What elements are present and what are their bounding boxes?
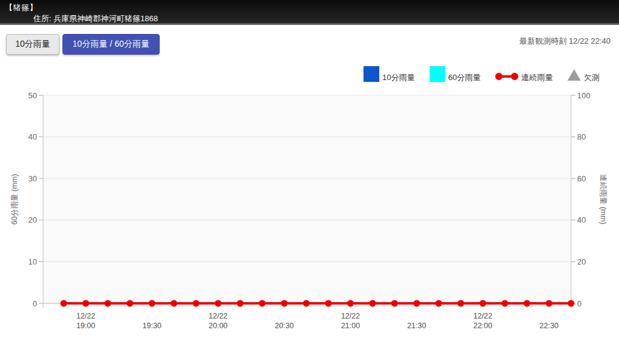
- data-point[interactable]: [479, 300, 486, 307]
- data-point[interactable]: [303, 300, 310, 307]
- legend-item-10min[interactable]: 10分雨量: [364, 66, 414, 82]
- data-point[interactable]: [369, 300, 376, 307]
- data-point[interactable]: [435, 300, 442, 307]
- legend-item-missing[interactable]: 欠測: [567, 69, 600, 82]
- legend-item-continuous[interactable]: 連続雨量: [495, 72, 553, 82]
- x-time-label: 22:00: [473, 322, 492, 330]
- y-left-tick-label: 30: [29, 174, 37, 183]
- legend-label: 10分雨量: [379, 73, 414, 82]
- x-time-label: 21:00: [341, 322, 360, 330]
- x-date-label: 12/22: [76, 312, 95, 320]
- y-right-tick-label: 40: [577, 215, 586, 224]
- data-point[interactable]: [259, 300, 266, 307]
- data-point[interactable]: [325, 300, 332, 307]
- legend-label: 欠測: [581, 73, 600, 82]
- x-date-label: 12/22: [341, 312, 360, 320]
- y-left-axis-title: 60分雨量 (mm): [10, 174, 19, 224]
- red-line-marker-icon: [495, 72, 518, 81]
- data-point[interactable]: [413, 300, 420, 307]
- data-point[interactable]: [391, 300, 398, 307]
- x-time-label: 21:30: [407, 322, 426, 330]
- data-point[interactable]: [458, 300, 464, 307]
- cyan-square-icon: [430, 66, 445, 82]
- data-point[interactable]: [347, 300, 354, 307]
- data-point[interactable]: [61, 300, 67, 307]
- station-name: 【猪篠】: [5, 2, 38, 13]
- tab-10min-rain-button[interactable]: 10分雨量: [6, 34, 59, 55]
- data-point[interactable]: [171, 300, 177, 307]
- data-point[interactable]: [501, 300, 508, 307]
- legend-item-60min[interactable]: 60分雨量: [430, 66, 481, 82]
- y-right-tick-label: 60: [577, 174, 586, 183]
- tab-10-60min-rain-button[interactable]: 10分雨量 / 60分雨量: [63, 34, 160, 55]
- x-time-label: 19:00: [76, 322, 95, 330]
- rainfall-chart: 0010202040306040805010012/2219:0019:3012…: [0, 0, 619, 364]
- x-time-label: 22:30: [540, 322, 558, 330]
- gray-triangle-icon: [567, 69, 581, 81]
- data-point[interactable]: [127, 300, 134, 307]
- data-point[interactable]: [237, 300, 243, 307]
- x-date-label: 12/22: [473, 312, 492, 320]
- y-left-tick-label: 10: [29, 257, 37, 266]
- blue-square-icon: [364, 66, 379, 82]
- y-left-tick-label: 0: [33, 299, 37, 308]
- data-point[interactable]: [104, 300, 111, 307]
- y-left-tick-label: 40: [29, 132, 37, 141]
- data-point[interactable]: [83, 300, 89, 307]
- x-time-label: 20:30: [275, 322, 294, 330]
- x-time-label: 19:30: [143, 322, 161, 330]
- data-point[interactable]: [215, 300, 222, 307]
- chart-legend: 10分雨量 60分雨量 連続雨量 欠測: [364, 66, 600, 82]
- data-point[interactable]: [568, 300, 575, 307]
- legend-label: 60分雨量: [445, 73, 481, 82]
- y-right-tick-label: 80: [577, 132, 586, 141]
- station-header: 【猪篠】 住所: 兵庫県神崎郡神河町猪篠1868: [0, 0, 619, 25]
- data-point[interactable]: [193, 300, 200, 307]
- plot-area: [43, 95, 571, 303]
- data-point[interactable]: [546, 300, 552, 307]
- y-right-tick-label: 20: [577, 257, 586, 266]
- legend-label: 連続雨量: [518, 73, 553, 82]
- data-point[interactable]: [149, 300, 155, 307]
- y-right-axis-title: 連続雨量 (mm): [599, 174, 607, 224]
- y-right-tick-label: 0: [577, 299, 581, 308]
- y-left-tick-label: 50: [29, 91, 37, 100]
- x-time-label: 20:00: [209, 322, 228, 330]
- y-right-tick-label: 100: [577, 91, 590, 100]
- y-left-tick-label: 20: [29, 215, 37, 224]
- station-address: 住所: 兵庫県神崎郡神河町猪篠1868: [33, 13, 158, 24]
- latest-observation-time: 最新観測時刻 12/22 22:40: [519, 36, 611, 47]
- x-date-label: 12/22: [209, 312, 228, 320]
- rainfall-page: 0010202040306040805010012/2219:0019:3012…: [0, 0, 619, 364]
- data-point[interactable]: [281, 300, 288, 307]
- data-point[interactable]: [524, 300, 530, 307]
